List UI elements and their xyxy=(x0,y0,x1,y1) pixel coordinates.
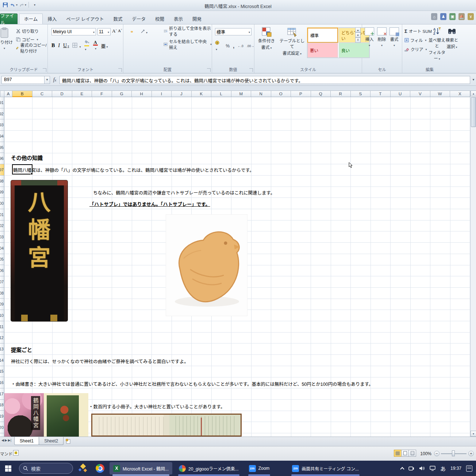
row-header-94[interactable]: 94 xyxy=(0,131,4,142)
sort-filter-button[interactable]: AZ 並べ替えと フィルター xyxy=(429,27,445,61)
tab-表示[interactable]: 表示 xyxy=(169,14,188,24)
overlay-icon-5[interactable]: ¥ xyxy=(468,13,474,20)
row-header-101[interactable]: 101 xyxy=(0,209,4,220)
align-bottom-button[interactable] xyxy=(135,31,137,32)
conditional-formatting-button[interactable]: 条件付き 書式 xyxy=(256,27,277,50)
shrine-plaque-image[interactable]: 八幡宮 xyxy=(11,180,68,321)
overlay-icon-2[interactable]: ♟ xyxy=(440,13,446,20)
row-header-106[interactable]: 106 xyxy=(0,265,4,276)
formula-input[interactable]: 鶴岡八幡宮は、神額の「八」の文字が鳩になっている。これは、鶴岡八幡宮では鳩が神の… xyxy=(60,76,470,84)
delete-cells-button[interactable]: ✕ 削除 xyxy=(376,27,388,47)
row-header-105[interactable]: 105 xyxy=(0,254,4,265)
notification-center-icon[interactable] xyxy=(466,465,472,472)
italic-button[interactable]: I xyxy=(58,43,60,48)
decrease-decimal-button[interactable]: .00→ xyxy=(247,44,254,48)
font-dialog-launcher[interactable] xyxy=(118,68,122,72)
gallery-scroll-up[interactable]: ▲ xyxy=(355,27,361,32)
start-button[interactable] xyxy=(4,464,12,473)
sheet-tab-sheet2[interactable]: Sheet2 xyxy=(39,437,64,445)
row-header-104[interactable]: 104 xyxy=(0,243,4,254)
shrink-font-button[interactable]: A˅ xyxy=(118,28,122,33)
tab-ホーム[interactable]: ホーム xyxy=(19,14,43,24)
column-header-M[interactable]: M xyxy=(231,91,252,97)
row-header-120[interactable]: 120 xyxy=(0,422,4,433)
row-header-119[interactable]: 119 xyxy=(0,411,4,422)
vertical-scroll-thumb[interactable] xyxy=(471,97,476,127)
gallery-expand[interactable]: ⊽ xyxy=(355,38,361,43)
overlay-icon-3[interactable]: ▣ xyxy=(449,13,456,20)
row-header-103[interactable]: 103 xyxy=(0,231,4,243)
cell-line-97[interactable]: 鶴岡八幡宮は、神額の「八」の文字が鳩になっている。これは、鶴岡八幡宮では鳩が神の… xyxy=(13,166,254,173)
clipboard-dialog-launcher[interactable] xyxy=(43,68,46,72)
row-header-115[interactable]: 115 xyxy=(0,366,4,377)
row-header-97[interactable]: 97 xyxy=(0,164,4,176)
ime-indicator[interactable]: あ xyxy=(440,465,446,472)
row-header-95[interactable]: 95 xyxy=(0,142,4,153)
phonetic-button[interactable]: 亜 xyxy=(101,42,108,49)
cell-note-sable-1[interactable]: ちなみに、鶴岡八幡宮の周辺や鎌倉でハトサブレーが売っているのはこれに関連します。 xyxy=(93,189,275,196)
row-header-108[interactable]: 108 xyxy=(0,288,4,299)
merge-center-button[interactable]: セルを結合して中央揃え xyxy=(164,41,212,48)
display-tray-icon[interactable] xyxy=(430,466,435,471)
insert-worksheet-button[interactable] xyxy=(63,437,73,445)
decrease-indent-button[interactable] xyxy=(139,41,142,42)
zoom-slider-thumb[interactable] xyxy=(452,450,455,456)
formula-bar-expand[interactable]: ▼ xyxy=(471,76,476,84)
wrap-text-button[interactable]: 折り返して全体を表示する xyxy=(164,27,212,35)
align-left-button[interactable] xyxy=(126,41,128,42)
tab-挿入[interactable]: 挿入 xyxy=(43,14,61,24)
name-box[interactable]: B97 xyxy=(1,76,45,84)
row-header-100[interactable]: 100 xyxy=(0,198,4,209)
pamphlet-images[interactable]: 鶴岡八幡宮 xyxy=(4,393,88,437)
row-header-96[interactable]: 96 xyxy=(0,153,4,164)
cell-heading-other[interactable]: その他の知識 xyxy=(11,154,43,161)
gallery-scroll-down[interactable]: ▼ xyxy=(355,32,361,38)
format-as-table-button[interactable]: テーブルとして 書式設定 xyxy=(279,27,306,56)
cell-note-sable-2[interactable]: 「ハトサブレ」ではありません。「ハトサブレー」です。 xyxy=(89,200,210,207)
grow-font-button[interactable]: A˄ xyxy=(112,28,117,34)
number-dialog-launcher[interactable] xyxy=(249,68,253,72)
alignment-dialog-launcher[interactable] xyxy=(207,68,211,72)
insert-cells-button[interactable]: ＋ 挿入 xyxy=(364,27,375,47)
tab-file[interactable]: ファイル xyxy=(0,14,18,24)
cell-line-118[interactable]: ・数百円する小冊子。大きい神社だと置いていることがあります。 xyxy=(89,403,225,410)
sheet-nav-prev[interactable]: ◀ xyxy=(1,438,4,442)
select-all-corner[interactable] xyxy=(0,91,4,97)
clock[interactable]: 19:37 xyxy=(450,466,461,471)
tab-データ[interactable]: データ xyxy=(127,14,150,24)
align-middle-button[interactable] xyxy=(131,31,133,32)
column-header-H[interactable]: H xyxy=(132,91,152,97)
font-color-button[interactable]: A xyxy=(93,41,98,51)
row-header-110[interactable]: 110 xyxy=(0,310,4,321)
cell-heading-proposal[interactable]: 提案ごと xyxy=(11,346,32,353)
borders-button[interactable] xyxy=(72,43,81,49)
comma-format-button[interactable]: , xyxy=(233,43,234,49)
column-header-I[interactable]: I xyxy=(152,91,172,97)
row-header-114[interactable]: 114 xyxy=(0,355,4,366)
tab-ページ レイアウト[interactable]: ページ レイアウト xyxy=(61,14,108,24)
format-cells-button[interactable]: ▦ 書式 xyxy=(388,27,400,47)
speaker-tray-icon[interactable] xyxy=(419,466,425,471)
align-center-button[interactable] xyxy=(131,41,133,42)
cell-line-114[interactable]: 神社に行く際には、せっかくなので神社の由緒やご祭神を調べてみると面白いですよ。 xyxy=(11,358,189,365)
sheet-nav-next[interactable]: ▶ xyxy=(5,438,7,442)
column-header-B[interactable]: B xyxy=(12,91,32,97)
row-header-109[interactable]: 109 xyxy=(0,299,4,310)
column-header-F[interactable]: F xyxy=(92,91,112,97)
cut-button[interactable]: 切り取り xyxy=(16,27,47,35)
cell-line-116[interactable]: ・由緒書き：大きい神社では普通に置いてあるけど、小さい神社だと社務所で言わないと… xyxy=(11,380,373,387)
row-header-112[interactable]: 112 xyxy=(0,332,4,343)
bold-button[interactable]: B xyxy=(51,43,55,48)
name-box-dropdown[interactable]: ▼ xyxy=(45,76,50,84)
column-header-V[interactable]: V xyxy=(410,91,430,97)
column-header-O[interactable]: O xyxy=(271,91,291,97)
underline-button[interactable]: U xyxy=(63,43,69,48)
column-header-T[interactable]: T xyxy=(371,91,391,97)
column-header-K[interactable]: K xyxy=(192,91,212,97)
row-header-91[interactable]: 91 xyxy=(0,97,4,108)
normal-view-button[interactable] xyxy=(394,450,402,457)
row-header-116[interactable]: 116 xyxy=(0,377,4,388)
sheet-nav-last[interactable]: ▶| xyxy=(8,438,11,442)
row-header-92[interactable]: 92 xyxy=(0,108,4,120)
tab-開発[interactable]: 開発 xyxy=(188,14,206,24)
